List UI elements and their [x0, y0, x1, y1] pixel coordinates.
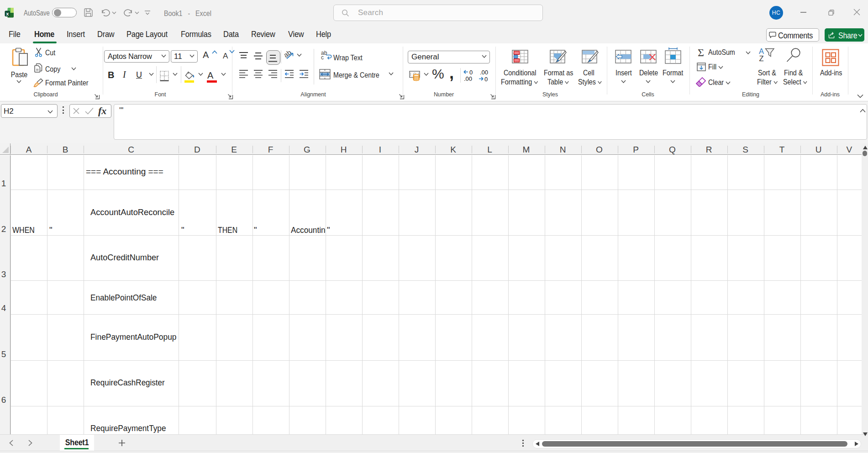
svg-text:0: 0 — [484, 76, 488, 82]
svg-text:.00: .00 — [464, 75, 472, 82]
svg-text:x: x — [6, 11, 9, 16]
svg-text:0: 0 — [469, 69, 473, 76]
svg-text:Z: Z — [759, 54, 764, 62]
svg-text:.00: .00 — [480, 69, 488, 76]
